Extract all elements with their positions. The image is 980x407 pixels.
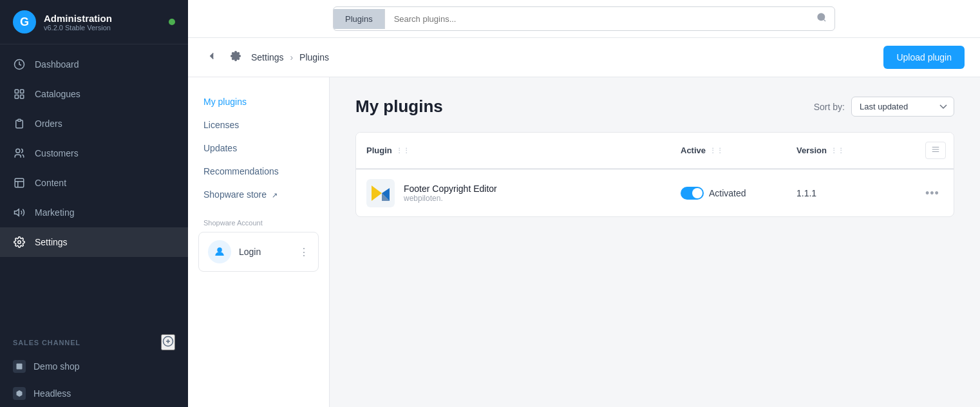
td-row-actions: ••• [915, 178, 954, 209]
sort-by-container: Sort by: Last updated Name Active Versio… [814, 97, 954, 117]
left-nav-licenses[interactable]: Licenses [188, 113, 329, 137]
breadcrumb-current: Plugins [299, 52, 329, 62]
svg-point-14 [218, 248, 221, 252]
th-active-sort-icon: ⋮⋮ [710, 147, 724, 154]
breadcrumb-separator: › [290, 52, 293, 62]
back-button[interactable] [203, 48, 220, 68]
page-header: Settings › Plugins Upload plugin [188, 38, 980, 77]
account-login-label: Login [239, 247, 291, 257]
td-active: Activated [670, 178, 786, 209]
svg-rect-3 [15, 95, 18, 99]
settings-gear-button[interactable] [228, 48, 243, 66]
plugin-vendor: webpiloten. [404, 194, 497, 203]
plugins-table: Plugin ⋮⋮ Active ⋮⋮ Version ⋮⋮ [355, 132, 954, 217]
plugins-title: My plugins [355, 97, 443, 117]
headless-icon [13, 387, 26, 400]
table-column-actions-button[interactable] [925, 142, 946, 159]
td-plugin: Footer Copyright Editor webpiloten. [356, 170, 670, 216]
channel-item-demo-shop[interactable]: Demo shop [0, 353, 188, 380]
th-plugin-sort-icon: ⋮⋮ [396, 147, 410, 154]
channel-item-headless[interactable]: Headless [0, 380, 188, 407]
orders-icon [13, 117, 26, 130]
status-dot [169, 19, 175, 25]
th-version: Version ⋮⋮ [786, 133, 915, 168]
sidebar-header: G Administration v6.2.0 Stable Version [0, 0, 188, 44]
content-body: My plugins Licenses Updates Recommendati… [188, 77, 980, 407]
svg-rect-2 [21, 90, 24, 93]
active-label: Activated [709, 188, 746, 198]
sales-channel-section: Sales Channel [0, 327, 188, 353]
left-nav-my-plugins[interactable]: My plugins [188, 90, 329, 113]
sales-channel-label: Sales Channel [13, 339, 80, 346]
table-row: Footer Copyright Editor webpiloten. Acti… [356, 169, 954, 216]
account-menu-button[interactable]: ⋮ [299, 246, 309, 258]
sidebar-nav: Dashboard Catalogues Orders Customers [0, 44, 188, 327]
svg-point-9 [18, 241, 21, 244]
customers-icon [13, 147, 26, 160]
catalogues-icon [13, 88, 26, 100]
search-input[interactable] [385, 9, 809, 29]
sidebar-item-orders[interactable]: Orders [0, 109, 188, 138]
demo-shop-icon [13, 360, 26, 373]
left-nav-updates[interactable]: Updates [188, 137, 329, 160]
account-card: Login ⋮ [198, 232, 319, 272]
left-nav: My plugins Licenses Updates Recommendati… [188, 77, 330, 407]
svg-marker-8 [15, 209, 19, 216]
settings-icon [13, 236, 26, 249]
sort-select[interactable]: Last updated Name Active Version [851, 97, 954, 117]
left-nav-recommendations[interactable]: Recommendations [188, 160, 329, 183]
external-link-icon: ↗ [272, 191, 278, 199]
search-container: Plugins [333, 6, 835, 31]
content-icon [13, 176, 26, 189]
topbar: Plugins [188, 0, 980, 38]
shopware-account-label: Shopware Account [198, 219, 319, 227]
add-channel-button[interactable] [161, 334, 175, 350]
svg-rect-7 [15, 178, 24, 187]
left-nav-shopware-store[interactable]: Shopware store ↗ [188, 183, 329, 206]
svg-rect-4 [21, 95, 24, 99]
row-actions-button[interactable]: ••• [925, 187, 939, 200]
sidebar-item-dashboard[interactable]: Dashboard [0, 50, 188, 79]
sidebar-item-settings[interactable]: Settings [0, 227, 188, 257]
plugin-logo [366, 179, 395, 207]
plugin-name: Footer Copyright Editor [404, 184, 497, 194]
active-toggle[interactable] [681, 187, 704, 200]
shopware-account-section: Shopware Account Login ⋮ [188, 206, 329, 272]
th-version-sort-icon: ⋮⋮ [831, 147, 845, 154]
app-name: Administration [44, 13, 161, 24]
sidebar-item-marketing[interactable]: Marketing [0, 198, 188, 227]
svg-rect-11 [17, 364, 23, 370]
sidebar: G Administration v6.2.0 Stable Version D… [0, 0, 188, 407]
th-actions [915, 133, 954, 168]
breadcrumb-parent: Settings [251, 52, 284, 62]
td-version: 1.1.1 [786, 179, 915, 207]
app-version: v6.2.0 Stable Version [44, 24, 161, 32]
sidebar-item-content[interactable]: Content [0, 168, 188, 198]
dashboard-icon [13, 58, 26, 71]
active-badge: Activated [681, 187, 746, 200]
svg-point-6 [16, 149, 20, 153]
plugin-info: Footer Copyright Editor webpiloten. [366, 179, 497, 207]
th-plugin: Plugin ⋮⋮ [356, 133, 670, 168]
plugins-header: My plugins Sort by: Last updated Name Ac… [355, 97, 954, 117]
search-submit-button[interactable] [809, 7, 834, 30]
svg-rect-5 [18, 119, 21, 121]
marketing-icon [13, 206, 26, 219]
sidebar-item-customers[interactable]: Customers [0, 138, 188, 168]
svg-rect-1 [15, 90, 18, 93]
account-avatar [208, 240, 231, 263]
breadcrumb: Settings › Plugins [251, 52, 329, 62]
sort-by-label: Sort by: [814, 102, 845, 112]
search-tab-button[interactable]: Plugins [334, 9, 385, 29]
th-active: Active ⋮⋮ [670, 133, 786, 168]
table-header: Plugin ⋮⋮ Active ⋮⋮ Version ⋮⋮ [356, 133, 954, 169]
version-text: 1.1.1 [796, 188, 816, 198]
app-logo: G [13, 10, 36, 33]
svg-point-12 [818, 14, 825, 21]
sidebar-item-catalogues[interactable]: Catalogues [0, 79, 188, 109]
plugins-main: My plugins Sort by: Last updated Name Ac… [330, 77, 980, 407]
main-content: Plugins Settings › Plugins Upload plugin [188, 0, 980, 407]
upload-plugin-button[interactable]: Upload plugin [883, 46, 965, 69]
